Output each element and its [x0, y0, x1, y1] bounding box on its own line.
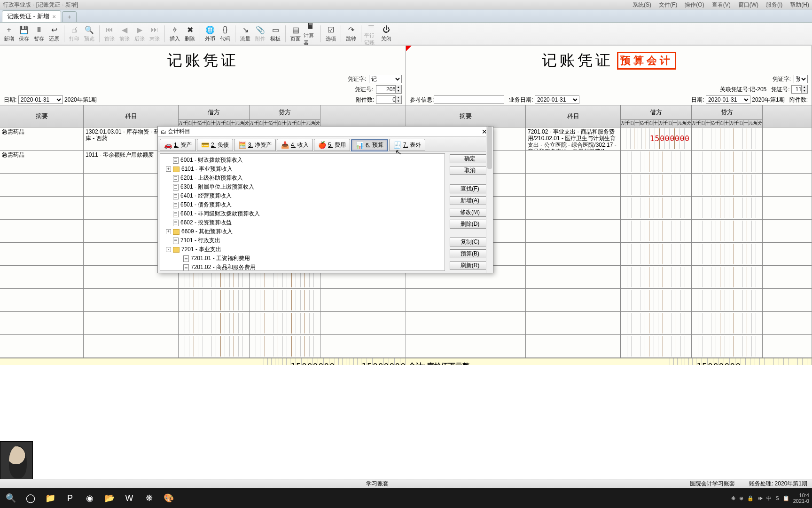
toolbar-模板[interactable]: ▭模板: [268, 25, 282, 42]
末张-icon: ⏭: [150, 25, 159, 34]
menu-item[interactable]: 服务(I): [766, 1, 782, 8]
date-select[interactable]: 2020-01-31: [706, 95, 750, 104]
menu-item[interactable]: 文件(F): [659, 1, 677, 8]
预览-icon: 🔍: [85, 25, 94, 34]
tree-node[interactable]: 6602 - 投资预算收益: [161, 218, 444, 227]
clock: 10:42021-0: [793, 492, 809, 504]
打印-icon: 🖨: [70, 25, 79, 34]
voucher-no-spinner[interactable]: 205: [376, 85, 402, 94]
taskbar-app[interactable]: 📁: [42, 490, 58, 506]
taskbar-app[interactable]: 🔍: [3, 490, 19, 506]
voucher-word-select[interactable]: 记: [369, 75, 402, 83]
dialog-复制(C)-button[interactable]: 复制(C): [450, 238, 490, 246]
tree-node[interactable]: 7101 - 行政支出: [161, 236, 444, 245]
tree-node[interactable]: 6601 - 非同级财政拨款预算收入: [161, 209, 444, 218]
toolbar-新增[interactable]: ＋新增: [2, 25, 16, 42]
subject-tree[interactable]: 6001 - 财政拨款预算收入 + 6101 - 事业预算收入 6201 - 上…: [160, 153, 445, 271]
toolbar-跳转[interactable]: ↷跳转: [344, 25, 358, 42]
category-tab-净资产[interactable]: 🧮3. 净资产: [234, 139, 276, 151]
dialog-取消-button[interactable]: 取消: [450, 166, 490, 175]
删除-icon: ✖: [185, 25, 195, 34]
tray-icon[interactable]: 🔒: [747, 495, 754, 501]
toolbar-暂存[interactable]: ⏸暂存: [32, 25, 46, 42]
toolbar-页面[interactable]: ▤页面: [289, 25, 303, 42]
taskbar-app[interactable]: ◯: [23, 490, 39, 506]
menu-item[interactable]: 窗口(W): [738, 1, 758, 8]
tree-node[interactable]: 6201 - 上级补助预算收入: [161, 174, 444, 183]
toolbar-流量[interactable]: ↘流量: [238, 25, 252, 42]
dialog-刷新(R)-button[interactable]: 刷新(R): [450, 261, 490, 270]
tray-icon[interactable]: ❋: [731, 495, 735, 501]
ref-input[interactable]: [434, 95, 504, 104]
taskbar-app[interactable]: P: [62, 490, 78, 506]
voucher-row[interactable]: [0, 312, 406, 335]
add-tab[interactable]: ＋: [62, 11, 77, 22]
tray-icon[interactable]: 中: [766, 495, 772, 502]
menu-item[interactable]: 操作(O): [685, 1, 704, 8]
attachment-spinner[interactable]: 0: [376, 95, 402, 104]
taskbar-app[interactable]: ◉: [82, 490, 98, 506]
voucher-row[interactable]: [406, 289, 812, 312]
tray-icon[interactable]: S: [775, 495, 779, 501]
tree-node[interactable]: + 6609 - 其他预算收入: [161, 227, 444, 236]
tree-node[interactable]: 6001 - 财政拨款预算收入: [161, 156, 444, 165]
menu-item[interactable]: 系统(S): [632, 1, 651, 8]
taskbar-app[interactable]: W: [121, 490, 137, 506]
前张-icon: ◀: [120, 25, 129, 34]
taskbar-app[interactable]: 📂: [102, 490, 117, 506]
voucher-row[interactable]: [406, 335, 812, 358]
选项-icon: ☑: [326, 25, 336, 34]
toolbar-还原[interactable]: ↩还原: [47, 25, 61, 42]
toolbar-插入[interactable]: ⎀插入: [168, 25, 182, 42]
tree-node[interactable]: + 6101 - 事业预算收入: [161, 165, 444, 174]
dialog-确定-button[interactable]: 确定: [450, 154, 490, 163]
document-tab[interactable]: 记账凭证 - 新增 ✕: [2, 10, 61, 22]
首张-icon: ⏮: [105, 25, 114, 34]
date-select[interactable]: 2020-01-31: [18, 95, 63, 104]
category-tab-收入[interactable]: 📥4. 收入: [277, 139, 313, 151]
dialog-修改(M)-button[interactable]: 修改(M): [450, 208, 490, 217]
toolbar-关闭[interactable]: ⏻关闭: [379, 25, 393, 42]
menu-item[interactable]: 帮助(H): [790, 1, 809, 8]
关闭-icon: ⏻: [382, 25, 391, 34]
toolbar-代码[interactable]: {}代码: [218, 25, 232, 42]
voucher-no-spinner[interactable]: 11: [791, 85, 808, 94]
tray-icon[interactable]: 📋: [783, 495, 789, 501]
toolbar-平行记账: ═平行记账: [364, 22, 378, 46]
tree-node[interactable]: 7201.02 - 商品和服务费用: [161, 263, 444, 271]
tray-icon[interactable]: ⊕: [739, 495, 743, 501]
tree-node[interactable]: 7201.01 - 工资福利费用: [161, 254, 444, 263]
voucher-row[interactable]: [0, 289, 406, 312]
toolbar-外币[interactable]: 🌐外币: [203, 25, 217, 42]
taskbar-app[interactable]: 🎨: [161, 490, 177, 506]
tray-icon[interactable]: 🕪: [757, 495, 763, 501]
dialog-新增(A)-button[interactable]: 新增(A): [450, 196, 490, 205]
voucher-word-select[interactable]: 预: [794, 75, 808, 83]
window-title: 行政事业版 - [记账凭证 - 新增]: [3, 0, 78, 9]
tab-icon: 💳: [201, 141, 209, 149]
menu-item[interactable]: 查看(V): [712, 1, 731, 8]
tree-node[interactable]: 6301 - 附属单位上缴预算收入: [161, 183, 444, 191]
dialog-删除(D)-button[interactable]: 删除(D): [450, 220, 490, 229]
tree-node[interactable]: 6501 - 债务预算收入: [161, 200, 444, 209]
dialog-查找(F)-button[interactable]: 查找(F): [450, 184, 490, 193]
toolbar-删除[interactable]: ✖删除: [183, 25, 197, 42]
tree-node[interactable]: 6401 - 经营预算收入: [161, 191, 444, 200]
voucher-row[interactable]: [406, 312, 812, 335]
bizdate-select[interactable]: 2020-01-31: [535, 95, 579, 104]
tree-node[interactable]: - 7201 - 事业支出: [161, 245, 444, 254]
toolbar-计算器[interactable]: 🖩计算器: [304, 22, 318, 46]
toolbar-选项[interactable]: ☑选项: [324, 25, 338, 42]
category-tab-费用[interactable]: 🍎5. 费用: [314, 139, 350, 151]
taskbar-app[interactable]: ❋: [141, 490, 157, 506]
toolbar-保存[interactable]: 💾保存: [17, 25, 31, 42]
category-tab-资产[interactable]: 🚗1. 资产: [160, 139, 196, 151]
folder-icon: [173, 167, 180, 172]
voucher-row[interactable]: [0, 335, 406, 358]
category-tab-表外[interactable]: 🧾7. 表外: [389, 139, 425, 151]
category-tab-预算[interactable]: 📊6. 预算: [351, 139, 388, 151]
dialog-预算(B)-button[interactable]: 预算(B): [450, 249, 490, 258]
document-icon: [173, 193, 179, 199]
close-tab-icon[interactable]: ✕: [52, 14, 56, 19]
category-tab-负债[interactable]: 💳2. 负债: [197, 139, 233, 151]
